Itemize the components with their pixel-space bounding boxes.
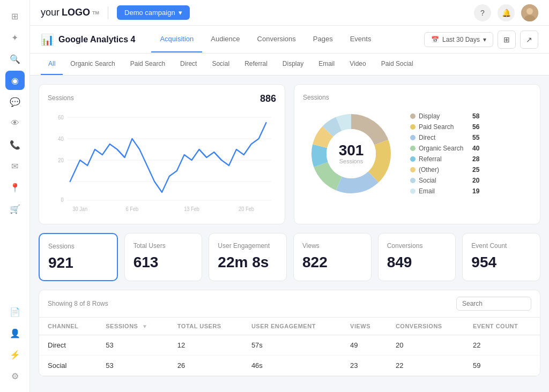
metric-user-engagement[interactable]: User Engagement 22m 8s [209,233,287,281]
sidebar-icon-grid[interactable]: ⊞ [5,6,25,26]
channel-tab-referral[interactable]: Referral [237,54,275,75]
date-range-button[interactable]: 📅 Last 30 Days ▾ [424,32,493,47]
sidebar-icon-settings[interactable]: ⚙ [5,366,25,386]
svg-text:20: 20 [58,157,63,163]
legend-count-other: 25 [466,166,479,174]
legend-dot-direct [410,135,416,140]
tab-events[interactable]: Events [342,26,380,52]
legend-count-organic: 40 [466,145,479,152]
demo-campaign-button[interactable]: Demo campaign ▾ [117,5,190,20]
col-event-count: EVENT COUNT [464,318,540,335]
col-conversions: CONVERSIONS [387,318,464,335]
table-subtitle: Showing 8 of 8 Rows [48,300,108,307]
tab-pages[interactable]: Pages [305,26,342,52]
sidebar: ⊞ ✦ 🔍 ◉ 💬 👁 📞 ✉ 📍 🛒 📄 👤 ⚡ ⚙ [0,0,30,392]
topbar: your LOGO TM Demo campaign ▾ ? 🔔 [30,0,549,26]
customize-button[interactable]: ⊞ [498,31,516,49]
cell-events: 59 [464,356,540,376]
sidebar-icon-mail[interactable]: ✉ [5,156,25,176]
analytics-nav-tabs: Acquisition Audience Conversions Pages E… [151,26,380,52]
cell-users: 26 [169,356,243,376]
donut-chart-title: Sessions [303,94,329,101]
metric-engagement-value: 22m 8s [218,254,278,271]
date-range-label: Last 30 Days [442,36,480,43]
data-table: CHANNEL SESSIONS ▼ TOTAL USERS USER ENGA… [39,318,540,376]
channel-tab-direct[interactable]: Direct [173,54,204,75]
legend-label-email: Email [419,187,435,195]
col-views: VIEWS [342,318,387,335]
channel-tab-paid-social[interactable]: Paid Social [374,54,421,75]
channel-tab-display[interactable]: Display [275,54,311,75]
tab-conversions[interactable]: Conversions [249,26,305,52]
logo: your LOGO TM [41,7,99,18]
metric-events-label: Event Count [471,242,531,250]
cell-engagement: 57s [243,335,342,356]
sidebar-icon-doc[interactable]: 📄 [5,302,25,321]
share-button[interactable]: ↗ [520,31,538,49]
metric-views-label: Views [302,242,362,250]
sidebar-icon-plug[interactable]: ⚡ [5,345,25,364]
svg-text:6 Feb: 6 Feb [126,206,139,212]
svg-text:13 Feb: 13 Feb [184,206,199,212]
channel-tab-all[interactable]: All [41,54,63,75]
donut-legend: Display 58 Paid Search 56 Direct 55 [410,112,479,195]
sidebar-icon-user[interactable]: 👤 [5,323,25,343]
sidebar-icon-analytics[interactable]: ◉ [5,71,25,90]
legend-dot-referral [410,156,416,162]
channel-tab-social[interactable]: Social [204,54,237,75]
sidebar-icon-phone[interactable]: 📞 [5,135,25,154]
avatar[interactable] [521,4,538,21]
svg-text:30 Jan: 30 Jan [72,206,87,212]
metric-conversions[interactable]: Conversions 849 [378,233,456,281]
table-row: Social 53 26 46s 23 22 59 [39,356,540,376]
sidebar-icon-location[interactable]: 📍 [5,178,25,197]
metric-users-value: 613 [133,254,194,271]
sessions-donut-chart-card: Sessions [294,84,540,224]
legend-dot-paid-search [410,124,416,130]
notification-icon[interactable]: 🔔 [498,4,515,21]
channel-tab-organic[interactable]: Organic Search [63,54,122,75]
donut-center-label: Sessions [339,158,364,164]
tab-audience[interactable]: Audience [202,26,248,52]
channel-tabs: All Organic Search Paid Search Direct So… [30,54,549,76]
legend-other: (Other) 25 [410,166,479,174]
sort-icon: ▼ [142,323,147,329]
col-sessions[interactable]: SESSIONS ▼ [97,318,169,335]
sidebar-icon-search[interactable]: 🔍 [5,49,25,69]
donut-center: 301 Sessions [339,143,364,164]
content-area: Sessions 886 60 40 20 0 [30,76,549,392]
channel-tab-paid[interactable]: Paid Search [123,54,173,75]
col-user-engagement: USER ENGAGEMENT [243,318,342,335]
metric-event-count[interactable]: Event Count 954 [462,233,540,281]
sidebar-icon-eye[interactable]: 👁 [5,114,25,133]
sidebar-icon-add[interactable]: ✦ [5,28,25,47]
help-icon[interactable]: ? [474,4,491,21]
cell-engagement: 46s [243,356,342,376]
donut-container: 301 Sessions Display 58 Paid Search [303,101,531,202]
svg-text:0: 0 [61,197,63,203]
channel-tab-email[interactable]: Email [311,54,342,75]
legend-dot-display [410,114,416,119]
metric-sessions-value: 921 [48,254,108,272]
analytics-title: 📊 Google Analytics 4 [41,33,135,46]
metric-sessions-label: Sessions [48,243,108,250]
svg-text:60: 60 [58,115,63,120]
metric-views[interactable]: Views 822 [293,233,372,281]
metric-sessions[interactable]: Sessions 921 [39,233,118,281]
charts-row: Sessions 886 60 40 20 0 [39,84,540,224]
legend-label-social: Social [419,177,436,184]
metric-engagement-label: User Engagement [218,242,278,250]
sidebar-icon-cart[interactable]: 🛒 [5,199,25,218]
metric-total-users[interactable]: Total Users 613 [124,233,203,281]
topbar-right: ? 🔔 [474,4,538,21]
table-header: Showing 8 of 8 Rows [39,290,540,318]
analytics-header: 📊 Google Analytics 4 Acquisition Audienc… [30,26,549,54]
cell-sessions: 53 [97,335,169,356]
channel-tab-video[interactable]: Video [342,54,373,75]
sidebar-icon-chat[interactable]: 💬 [5,92,25,111]
tab-acquisition[interactable]: Acquisition [151,26,202,52]
table-search-input[interactable] [456,297,531,311]
legend-label-display: Display [419,112,440,120]
svg-text:40: 40 [58,136,63,142]
legend-email: Email 19 [410,187,479,195]
